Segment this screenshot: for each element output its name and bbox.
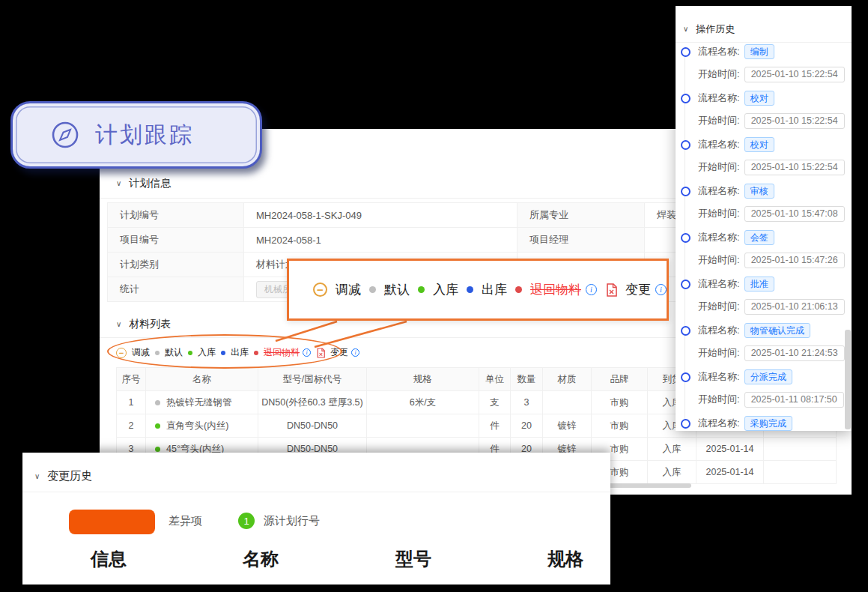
start-time-label: 开始时间:	[698, 207, 740, 220]
cell-spec	[367, 414, 479, 437]
start-time-value[interactable]: 2025-01-10 15:47:08	[744, 206, 845, 222]
legend-callout-box: − 调减 默认 入库 出库 退回物料 i 变更 i	[287, 259, 669, 321]
chevron-down-icon: ∨	[683, 25, 688, 33]
badge-label: 计划跟踪	[95, 120, 194, 151]
table-header-cell: 品牌	[592, 368, 648, 390]
cell-spec: 6米/支	[367, 391, 479, 414]
diff-item-label: 差异项	[169, 514, 202, 528]
divider	[676, 42, 852, 43]
cell-date: 2025-01-14	[696, 461, 764, 483]
process-name-tag: 校对	[744, 137, 774, 152]
cell-seq: 2	[116, 414, 146, 437]
field-value: MH2024-058-1	[244, 228, 518, 253]
process-name-tag: 校对	[744, 91, 774, 106]
grey-dot-icon	[155, 400, 160, 405]
start-time-label: 开始时间:	[698, 114, 740, 127]
change-history-header[interactable]: ∨ 变更历史	[34, 469, 92, 483]
process-name-tag: 物管确认完成	[744, 323, 810, 338]
operation-history-header[interactable]: ∨ 操作历史	[683, 22, 735, 36]
file-error-icon	[605, 283, 617, 297]
annotation-ellipse	[107, 334, 342, 369]
timeline-dot-icon	[681, 140, 691, 150]
info-icon[interactable]: i	[586, 284, 597, 295]
cell-brand: 市购	[592, 391, 648, 414]
info-icon[interactable]: i	[655, 284, 667, 295]
legend-returned-label: 退回物料	[530, 281, 581, 298]
start-time-label: 开始时间:	[698, 346, 740, 360]
table-header-cell: 单位	[479, 368, 511, 390]
start-time-value[interactable]: 2025-01-10 21:06:13	[744, 299, 845, 315]
table-header-cell: 数量	[511, 368, 543, 390]
cell-model: DN50(外径60.3 壁厚3.5)	[258, 391, 367, 414]
cell-brand: 市购	[592, 414, 648, 437]
history-entry: 流程名称: 校对 开始时间: 2025-01-10 15:22:54	[676, 90, 852, 129]
start-time-value[interactable]: 2025-01-10 15:22:54	[744, 67, 845, 82]
start-time-label: 开始时间:	[698, 393, 740, 406]
blue-dot-icon	[467, 286, 473, 293]
process-name-label: 流程名称:	[698, 45, 740, 58]
field-label: 计划类别	[108, 253, 244, 277]
column-header-model: 型号	[395, 547, 431, 571]
process-name-tag: 审核	[744, 184, 774, 199]
start-time-value[interactable]: 2025-01-11 08:17:50	[744, 392, 844, 408]
timeline-dot-icon	[681, 187, 691, 196]
start-time-value[interactable]: 2025-01-10 15:22:54	[744, 160, 845, 175]
cell-model: DN50-DN50	[258, 414, 367, 437]
start-time-label: 开始时间:	[698, 67, 740, 81]
cell-name: 直角弯头(内丝)	[146, 414, 258, 437]
legend-inbound-label: 入库	[433, 281, 458, 298]
green-dot-icon	[155, 423, 160, 429]
start-time-value[interactable]: 2025-01-10 21:24:53	[744, 345, 845, 361]
plan-info-section-header[interactable]: ∨ 计划信息	[116, 177, 171, 190]
source-line-label: 源计划行号	[264, 514, 320, 528]
timeline-dot-icon	[681, 94, 691, 103]
table-header-cell: 名称	[146, 368, 258, 390]
red-dot-icon	[515, 286, 522, 293]
history-entry: 流程名称: 采购完成	[676, 415, 852, 431]
field-label: 项目编号	[108, 228, 244, 253]
start-time-value[interactable]: 2025-01-10 15:22:54	[744, 113, 845, 129]
cell-material	[543, 391, 592, 414]
process-name-tag: 会签	[744, 230, 774, 245]
history-entry: 流程名称: 批准 开始时间: 2025-01-10 21:06:13	[676, 276, 852, 315]
cell-seq: 1	[116, 391, 146, 414]
legend-decrease-label: 调减	[336, 281, 361, 298]
table-header-cell: 序号	[116, 368, 146, 390]
field-label: 所属专业	[518, 203, 645, 228]
compass-icon	[50, 120, 80, 150]
cell-unit: 支	[479, 391, 511, 414]
start-time-label: 开始时间:	[698, 300, 740, 313]
plan-tracking-badge[interactable]: 计划跟踪	[10, 101, 262, 169]
material-list-section-header[interactable]: ∨ 材料列表	[116, 318, 171, 331]
chevron-down-icon: ∨	[34, 473, 40, 480]
field-value: MH2024-058-1-SKJ-049	[244, 203, 518, 228]
table-header-cell: 规格	[367, 368, 479, 390]
diff-item-swatch	[69, 510, 155, 534]
table-header-cell: 型号/国标代号	[258, 368, 367, 390]
green-dot-icon	[418, 286, 425, 293]
change-history-panel: ∨ 变更历史 差异项 1 源计划行号 信息 名称 型号 规格	[22, 453, 610, 585]
cell-material: 镀锌	[543, 414, 592, 437]
table-header-cell: 材质	[543, 368, 592, 390]
history-entry: 流程名称: 分派完成 开始时间: 2025-01-11 08:17:50	[676, 369, 852, 408]
process-name-tag: 分派完成	[744, 369, 792, 384]
process-name-label: 流程名称:	[698, 324, 740, 337]
process-name-label: 流程名称:	[698, 231, 740, 244]
column-header-info: 信息	[91, 547, 127, 571]
history-entry: 流程名称: 校对 开始时间: 2025-01-10 15:22:54	[676, 136, 852, 175]
minus-circle-icon: −	[313, 283, 327, 297]
field-label: 统计	[108, 277, 244, 302]
cell-extra	[764, 461, 837, 483]
process-name-label: 流程名称:	[698, 138, 740, 151]
chevron-down-icon: ∨	[116, 321, 121, 328]
cell-extra	[764, 438, 837, 460]
grey-dot-icon	[369, 286, 376, 293]
process-name-tag: 编制	[744, 44, 774, 59]
timeline-dot-icon	[681, 233, 691, 243]
start-time-value[interactable]: 2025-01-10 15:47:26	[744, 253, 845, 268]
start-time-label: 开始时间:	[698, 160, 740, 174]
process-name-tag: 采购完成	[744, 416, 792, 431]
timeline-dot-icon	[681, 280, 691, 289]
vertical-scrollbar[interactable]	[845, 330, 851, 429]
field-label: 项目经理	[518, 228, 645, 253]
